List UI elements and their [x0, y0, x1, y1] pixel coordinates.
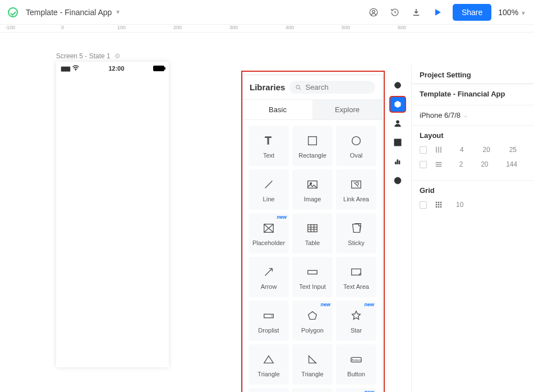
- component-star[interactable]: newStar: [336, 301, 376, 341]
- component-label: Text Input: [299, 283, 326, 290]
- person-icon[interactable]: [389, 115, 406, 132]
- component-label: Line: [263, 196, 275, 202]
- layout-rows-checkbox[interactable]: [420, 161, 427, 168]
- line-icon: [261, 177, 277, 192]
- component-label: Triangle: [257, 371, 279, 377]
- screen-label[interactable]: Screen 5 - State 1 ⚙: [56, 52, 121, 60]
- svg-point-24: [397, 84, 399, 86]
- device-selector[interactable]: iPhone 6/7/8 ⌵: [420, 111, 526, 119]
- svg-point-36: [440, 206, 441, 207]
- table-icon: [305, 220, 320, 236]
- layout-icon[interactable]: [389, 134, 406, 151]
- tab-explore[interactable]: Explore: [312, 100, 382, 119]
- component-label: Button: [347, 371, 365, 377]
- droplist-icon: [261, 308, 277, 324]
- svg-point-28: [436, 202, 437, 203]
- component-video[interactable]: new: [336, 388, 376, 392]
- rows-icon: [434, 160, 444, 169]
- document-dropdown-icon[interactable]: ▼: [115, 9, 121, 15]
- layout-columns-row[interactable]: 4 20 25: [420, 145, 526, 154]
- history-icon[interactable]: [386, 4, 403, 21]
- user-avatar-icon[interactable]: [365, 4, 382, 21]
- image-icon: [305, 177, 320, 192]
- component-rtriangle[interactable]: Triangle: [292, 344, 333, 385]
- star-icon: [348, 308, 364, 324]
- sticky-icon: [348, 220, 364, 236]
- play-icon[interactable]: [429, 4, 446, 21]
- component-linkarea[interactable]: Link Area: [336, 169, 376, 210]
- svg-point-31: [436, 204, 437, 205]
- signal-icon: ▮▮▮▮: [61, 65, 70, 72]
- svg-point-30: [440, 202, 441, 203]
- status-time: 12:00: [108, 65, 124, 72]
- search-input-wrapper[interactable]: [289, 81, 375, 94]
- grid-row[interactable]: 10: [420, 200, 526, 209]
- layout-columns-checkbox[interactable]: [420, 146, 427, 154]
- svg-point-27: [394, 177, 401, 184]
- component-arrow[interactable]: Arrow: [248, 257, 289, 297]
- new-badge: new: [364, 302, 374, 307]
- emoji-icon[interactable]: [389, 172, 406, 189]
- component-droplist[interactable]: Droplist: [248, 301, 289, 341]
- settings-panel: Project Setting Template - Financial App…: [411, 65, 534, 392]
- libraries-title: Libraries: [250, 82, 285, 92]
- component-label: Link Area: [343, 196, 369, 202]
- component-polygon[interactable]: newPolygon: [292, 301, 333, 341]
- rect-icon: [305, 133, 320, 149]
- zoom-level[interactable]: 100%▼: [498, 8, 526, 17]
- layout-rows-row[interactable]: 2 20 144: [420, 160, 526, 169]
- svg-text:T: T: [265, 135, 271, 146]
- device-status-bar: ▮▮▮▮ 12:00: [56, 62, 169, 75]
- textinput-icon: [305, 264, 320, 280]
- component-oval[interactable]: Oval: [336, 126, 376, 166]
- oval-icon: [348, 133, 364, 149]
- document-title[interactable]: Template - Financial App: [26, 8, 112, 17]
- component-label: Image: [304, 196, 321, 202]
- svg-point-25: [396, 121, 399, 123]
- text-icon: T: [261, 133, 277, 149]
- analytics-icon[interactable]: [389, 153, 406, 170]
- component-label: Table: [305, 239, 320, 246]
- component-sticky[interactable]: Sticky: [336, 213, 376, 253]
- target-icon[interactable]: [389, 77, 406, 94]
- arrow-icon: [261, 264, 277, 280]
- component-webpage[interactable]: [292, 388, 333, 392]
- libraries-panel: Libraries Basic Explore TTextRectangleOv…: [242, 75, 383, 392]
- component-label: Sticky: [348, 239, 364, 246]
- component-table[interactable]: Table: [292, 213, 333, 253]
- component-carousel[interactable]: [248, 388, 289, 392]
- share-button[interactable]: Share: [453, 4, 491, 21]
- grid-heading: Grid: [420, 186, 526, 195]
- grid-checkbox[interactable]: [420, 201, 427, 209]
- svg-point-32: [438, 204, 439, 205]
- component-image[interactable]: Image: [292, 169, 333, 210]
- download-icon[interactable]: [408, 4, 425, 21]
- component-textinput[interactable]: Text Input: [292, 257, 333, 297]
- grid-dots-icon: [434, 200, 444, 209]
- svg-point-34: [436, 206, 437, 207]
- components-icon[interactable]: [389, 96, 406, 113]
- new-badge: new: [277, 214, 287, 220]
- search-icon: [295, 84, 302, 91]
- device-frame[interactable]: ▮▮▮▮ 12:00: [56, 62, 169, 367]
- search-input[interactable]: [305, 83, 370, 91]
- horizontal-ruler: -1000100200300400500600: [0, 25, 534, 33]
- button-icon: Button: [348, 352, 364, 367]
- component-text[interactable]: TText: [248, 126, 289, 166]
- component-triangle[interactable]: Triangle: [248, 344, 289, 385]
- component-line[interactable]: Line: [248, 169, 289, 210]
- component-label: Polygon: [301, 327, 324, 334]
- svg-rect-12: [308, 270, 317, 274]
- component-rect[interactable]: Rectangle: [292, 126, 333, 166]
- component-textarea[interactable]: Text Area: [336, 257, 376, 297]
- component-placeholder[interactable]: newPlaceholder: [248, 213, 289, 253]
- component-button[interactable]: ButtonButton: [336, 344, 376, 385]
- svg-point-1: [372, 10, 375, 13]
- tab-basic[interactable]: Basic: [243, 100, 312, 119]
- top-bar: Template - Financial App ▼ Share 100%▼: [0, 0, 534, 25]
- component-label: Text Area: [343, 283, 369, 290]
- component-grid: TTextRectangleOvalLineImageLink AreanewP…: [243, 120, 382, 392]
- linkarea-icon: [348, 177, 364, 192]
- zoom-dropdown-icon[interactable]: ▼: [521, 10, 526, 16]
- screen-settings-icon[interactable]: ⚙: [114, 52, 121, 60]
